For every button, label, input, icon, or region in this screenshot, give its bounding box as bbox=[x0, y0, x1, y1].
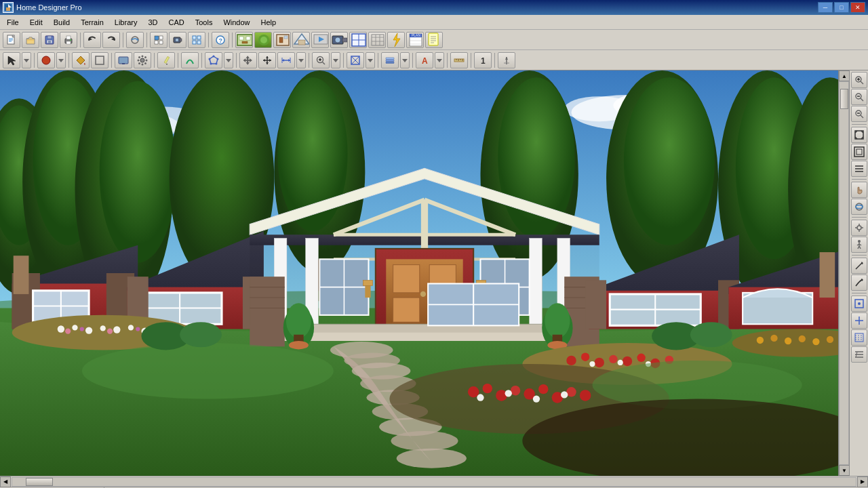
svg-marker-87 bbox=[166, 64, 167, 65]
fill-button[interactable] bbox=[72, 52, 90, 68]
plan-button[interactable]: PLAN bbox=[406, 32, 424, 48]
rtb-snap3[interactable] bbox=[851, 329, 867, 346]
views-button[interactable] bbox=[188, 32, 205, 48]
menu-item-help[interactable]: Help bbox=[256, 17, 282, 28]
zoom-all-dropdown[interactable] bbox=[366, 52, 375, 68]
rtb-expand-all[interactable] bbox=[851, 161, 867, 177]
scroll-thumb-vertical[interactable] bbox=[840, 89, 848, 109]
scroll-down-arrow[interactable]: ▼ bbox=[839, 465, 849, 476]
electrical-button[interactable] bbox=[387, 32, 405, 48]
menu-item-edit[interactable]: Edit bbox=[24, 17, 48, 28]
layers-dropdown[interactable] bbox=[400, 52, 410, 68]
zoom-all-button[interactable] bbox=[347, 52, 364, 68]
zoom-in-button[interactable] bbox=[312, 52, 330, 68]
floor-plan-button[interactable] bbox=[235, 32, 253, 48]
horizontal-scrollbar[interactable]: ◀ ▶ bbox=[0, 476, 868, 487]
svg-point-270 bbox=[812, 338, 819, 345]
scroll-right-arrow[interactable]: ▶ bbox=[857, 476, 868, 487]
measure-button[interactable] bbox=[498, 52, 515, 68]
circle-dropdown-button[interactable] bbox=[56, 52, 66, 68]
menu-item-terrain[interactable]: Terrain bbox=[75, 17, 109, 28]
annotation-dropdown[interactable] bbox=[435, 52, 444, 68]
maximize-button[interactable]: □ bbox=[834, 2, 849, 13]
num-one-button[interactable]: 1 bbox=[474, 52, 492, 68]
menu-item-build[interactable]: Build bbox=[48, 17, 75, 28]
presentation-button[interactable] bbox=[311, 32, 329, 48]
exterior-button[interactable] bbox=[254, 32, 272, 48]
resize-button[interactable] bbox=[258, 52, 276, 68]
interior-button[interactable] bbox=[273, 32, 291, 48]
scroll-up-arrow[interactable]: ▲ bbox=[839, 70, 849, 81]
framing-button[interactable] bbox=[368, 32, 386, 48]
rtb-walk[interactable] bbox=[851, 237, 867, 253]
save-button[interactable] bbox=[41, 32, 58, 48]
rtb-look[interactable] bbox=[851, 220, 867, 236]
menu-item-tools[interactable]: Tools bbox=[190, 17, 218, 28]
svg-point-323 bbox=[856, 205, 863, 209]
rtb-zoom-out[interactable] bbox=[851, 89, 867, 105]
zoom-in-dropdown[interactable] bbox=[331, 52, 340, 68]
menu-item-3d[interactable]: 3D bbox=[142, 17, 163, 28]
menu-item-window[interactable]: Window bbox=[218, 17, 255, 28]
select-arrow-button[interactable] bbox=[3, 52, 20, 68]
rtb-orbit[interactable] bbox=[851, 199, 867, 215]
svg-point-84 bbox=[144, 56, 146, 58]
pencil-button[interactable] bbox=[157, 52, 175, 68]
close-button[interactable]: ✕ bbox=[850, 2, 865, 13]
move-button[interactable] bbox=[239, 52, 257, 68]
new-button[interactable] bbox=[3, 32, 20, 48]
svg-point-258 bbox=[623, 357, 632, 366]
settings-button[interactable] bbox=[134, 52, 151, 68]
open-button[interactable] bbox=[22, 32, 39, 48]
menu-item-cad[interactable]: CAD bbox=[163, 17, 189, 28]
svg-point-198 bbox=[420, 291, 426, 297]
svg-point-89 bbox=[213, 55, 215, 57]
annotation-button[interactable]: A bbox=[416, 52, 433, 68]
redo-button[interactable] bbox=[102, 32, 120, 48]
polygon-button[interactable] bbox=[205, 52, 222, 68]
polygon-dropdown[interactable] bbox=[224, 52, 233, 68]
rtb-pattern[interactable] bbox=[851, 346, 867, 363]
horizontal-scroll-track[interactable] bbox=[12, 477, 856, 487]
menu-item-library[interactable]: Library bbox=[109, 17, 143, 28]
rtb-snap1[interactable] bbox=[851, 296, 867, 312]
rtb-full-extent[interactable] bbox=[851, 144, 867, 160]
menu-item-file[interactable]: File bbox=[1, 17, 24, 28]
scroll-track-vertical[interactable] bbox=[839, 81, 849, 465]
select-dropdown-button[interactable] bbox=[22, 52, 31, 68]
view-area[interactable]: ▲ ▼ bbox=[0, 70, 849, 476]
rtb-zoom-in[interactable] bbox=[851, 72, 867, 88]
room-button[interactable] bbox=[349, 32, 367, 48]
orbit-button[interactable] bbox=[126, 32, 144, 48]
view-mode-button[interactable] bbox=[150, 32, 167, 48]
elevation-button[interactable] bbox=[292, 32, 310, 48]
arc-button[interactable] bbox=[181, 52, 199, 68]
circle-tool-button[interactable] bbox=[37, 52, 55, 68]
notes-button[interactable] bbox=[425, 32, 443, 48]
layers-button[interactable] bbox=[381, 52, 399, 68]
help-button[interactable]: ? bbox=[212, 32, 229, 48]
svg-marker-130 bbox=[505, 57, 508, 60]
dim-button[interactable] bbox=[277, 52, 295, 68]
dim-dropdown[interactable] bbox=[296, 52, 306, 68]
svg-point-269 bbox=[799, 336, 806, 342]
rtb-pan-hand[interactable] bbox=[851, 182, 867, 198]
undo-button[interactable] bbox=[83, 32, 101, 48]
rtb-zoom-minus[interactable] bbox=[851, 106, 867, 122]
print-button[interactable] bbox=[60, 32, 77, 48]
sep1 bbox=[80, 33, 81, 47]
display-button[interactable] bbox=[115, 52, 132, 68]
horizontal-scroll-thumb[interactable] bbox=[26, 478, 53, 486]
rtb-fit-screen[interactable] bbox=[851, 127, 867, 143]
box-button[interactable] bbox=[91, 52, 108, 68]
ruler-button[interactable] bbox=[450, 52, 468, 68]
rtb-snap2[interactable] bbox=[851, 312, 867, 329]
minimize-button[interactable]: ─ bbox=[818, 2, 833, 13]
camera-view-button[interactable] bbox=[169, 32, 186, 48]
camera3d-button[interactable] bbox=[330, 32, 348, 48]
scroll-left-arrow[interactable]: ◀ bbox=[0, 476, 11, 487]
rtb-draw2[interactable] bbox=[851, 274, 867, 291]
vertical-scrollbar[interactable]: ▲ ▼ bbox=[838, 70, 849, 476]
rtb-draw1[interactable] bbox=[851, 258, 867, 274]
svg-marker-99 bbox=[269, 59, 271, 62]
